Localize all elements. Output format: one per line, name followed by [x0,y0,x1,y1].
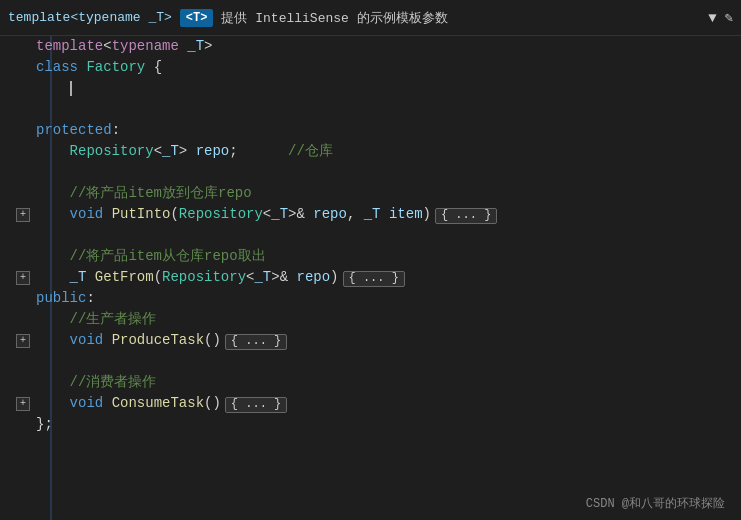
line-gutter [0,418,36,432]
line-row: //将产品item放到仓库repo [0,183,741,204]
line-gutter [0,313,36,327]
line-row: + void ProduceTask(){ ... } [0,330,741,351]
line-code: //消费者操作 [36,372,741,393]
line-code: }; [36,414,741,435]
line-gutter [0,103,36,117]
line-gutter [0,61,36,75]
line-code [36,225,741,246]
line-code: template<typename _T> [36,36,741,57]
expand-placeholder [16,82,30,96]
line-code: Repository<_T> repo; //仓库 [36,141,741,162]
expand-placeholder [16,124,30,138]
line-row: public: [0,288,741,309]
expand-placeholder [16,376,30,390]
line-code: public: [36,288,741,309]
line-code [36,99,741,120]
line-gutter [0,124,36,138]
line-code: class Factory { [36,57,741,78]
line-gutter [0,250,36,264]
line-row: class Factory { [0,57,741,78]
collapsed-block[interactable]: { ... } [225,397,287,413]
line-code: void PutInto(Repository<_T>& repo, _T it… [36,204,741,225]
top-bar: template<typename _T> <T> 提供 IntelliSens… [0,0,741,36]
line-gutter [0,376,36,390]
line-row [0,351,741,372]
line-gutter [0,292,36,306]
collapsed-block[interactable]: { ... } [343,271,405,287]
line-row [0,78,741,99]
expand-button[interactable]: + [16,208,30,222]
line-row: //将产品item从仓库repo取出 [0,246,741,267]
code-lines: template<typename _T> class Factory { [0,36,741,520]
expand-button[interactable]: + [16,397,30,411]
expand-button[interactable]: + [16,334,30,348]
expand-placeholder [16,418,30,432]
line-gutter [0,145,36,159]
expand-placeholder [16,40,30,54]
line-code: //生产者操作 [36,309,741,330]
expand-placeholder [16,355,30,369]
line-row [0,162,741,183]
expand-placeholder [16,166,30,180]
line-row: + _T GetFrom(Repository<_T>& repo){ ... … [0,267,741,288]
line-row [0,99,741,120]
line-code [36,351,741,372]
line-gutter: + [0,208,36,222]
expand-placeholder [16,313,30,327]
line-gutter [0,40,36,54]
expand-placeholder [16,103,30,117]
line-code: _T GetFrom(Repository<_T>& repo){ ... } [36,267,741,288]
line-code: //将产品item放到仓库repo [36,183,741,204]
expand-button[interactable]: + [16,271,30,285]
expand-placeholder [16,61,30,75]
edit-icon[interactable]: ✎ [725,9,733,26]
expand-placeholder [16,187,30,201]
line-gutter: + [0,334,36,348]
line-gutter: + [0,397,36,411]
line-gutter [0,355,36,369]
collapsed-block[interactable]: { ... } [225,334,287,350]
intellisense-label: 提供 IntelliSense 的示例模板参数 [221,9,700,27]
line-code: void ProduceTask(){ ... } [36,330,741,351]
line-row: }; [0,414,741,435]
expand-placeholder [16,250,30,264]
line-row: protected: [0,120,741,141]
line-row: + void PutInto(Repository<_T>& repo, _T … [0,204,741,225]
line-row: + void ConsumeTask(){ ... } [0,393,741,414]
type-badge[interactable]: <T> [180,9,214,27]
line-row: template<typename _T> [0,36,741,57]
line-gutter [0,187,36,201]
expand-placeholder [16,229,30,243]
collapsed-block[interactable]: { ... } [435,208,497,224]
expand-placeholder [16,292,30,306]
line-code: protected: [36,120,741,141]
dropdown-icon[interactable]: ▼ [708,10,716,26]
line-gutter [0,229,36,243]
line-code [36,162,741,183]
line-gutter: + [0,271,36,285]
text-cursor [70,81,72,96]
code-area: template<typename _T> class Factory { [0,36,741,520]
line-row: Repository<_T> repo; //仓库 [0,141,741,162]
line-code: void ConsumeTask(){ ... } [36,393,741,414]
template-text: template<typename _T> [8,10,172,25]
watermark: CSDN @和八哥的环球探险 [586,495,725,512]
line-gutter [0,166,36,180]
line-row: //消费者操作 [0,372,741,393]
line-gutter [0,82,36,96]
expand-placeholder [16,145,30,159]
line-row [0,225,741,246]
line-row: //生产者操作 [0,309,741,330]
line-code: //将产品item从仓库repo取出 [36,246,741,267]
line-code [36,78,741,99]
